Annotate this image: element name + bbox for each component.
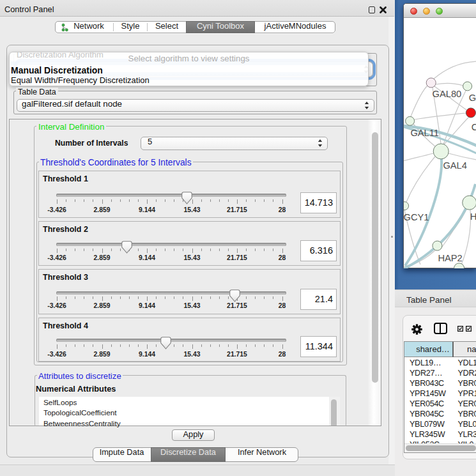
svg-text:H: H bbox=[470, 211, 476, 222]
svg-text:GA: GA bbox=[469, 93, 476, 103]
svg-text:GAL80: GAL80 bbox=[433, 89, 462, 99]
svg-text:HAP2: HAP2 bbox=[438, 253, 462, 263]
svg-text:GCY1: GCY1 bbox=[404, 212, 429, 222]
svg-text:GAL11: GAL11 bbox=[410, 128, 439, 138]
svg-text:GAL4: GAL4 bbox=[443, 160, 467, 171]
svg-text:C: C bbox=[472, 122, 476, 132]
